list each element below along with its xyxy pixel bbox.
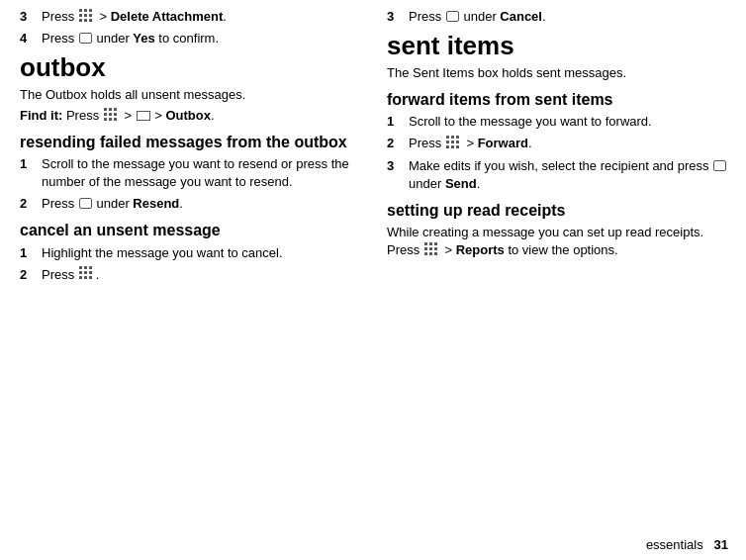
step-num-3-right: 3 (387, 8, 409, 26)
forward-num-2: 2 (387, 135, 409, 152)
resend-step-2-content: Press under Resend. (42, 195, 183, 213)
resend-step-2: 2 Press under Resend. (20, 195, 359, 213)
menu-icon-2 (104, 108, 120, 124)
menu-icon (79, 9, 95, 25)
resending-steps: 1 Scroll to the message you want to rese… (20, 155, 359, 214)
forward-step-2: 2 Press > Forward. (387, 135, 728, 152)
menu-icon-4 (446, 136, 462, 151)
cancel-step-1-content: Highlight the message you want to cancel… (42, 244, 283, 262)
forward-steps: 1 Scroll to the message you want to forw… (387, 113, 728, 193)
step-4-left: 4 Press under Yes to confirm. (20, 30, 359, 47)
resend-num-2: 2 (20, 195, 42, 213)
cancel-step-1: 1 Highlight the message you want to canc… (20, 244, 359, 262)
step-3-left: 3 Press > Delete Attachment. (20, 8, 359, 26)
forward-heading: forward items from sent items (387, 90, 728, 109)
left-column: 3 Press > Delete Attachment. 4 Press und… (0, 8, 373, 560)
sent-items-heading: sent items (387, 32, 728, 60)
softkey-icon-2 (79, 198, 92, 209)
page-container: 3 Press > Delete Attachment. 4 Press und… (0, 0, 746, 560)
cancel-steps: 1 Highlight the message you want to canc… (20, 244, 359, 284)
step-3-right: 3 Press under Cancel. (387, 8, 728, 26)
sent-items-body: The Sent Items box holds sent messages. (387, 64, 728, 82)
cancel-label: Cancel (500, 9, 542, 24)
find-it-label: Find it: (20, 108, 62, 123)
footer-label: essentials (646, 537, 703, 552)
cancel-num-1: 1 (20, 244, 42, 262)
receipts-body: While creating a message you can set up … (387, 224, 728, 259)
top-steps: 3 Press > Delete Attachment. 4 Press und… (20, 8, 359, 47)
forward-step-1-content: Scroll to the message you want to forwar… (409, 113, 652, 131)
cancel-heading: cancel an unsent message (20, 221, 359, 239)
outbox-heading: outbox (20, 53, 359, 82)
delete-attachment-label: Delete Attachment (111, 9, 224, 24)
forward-step-2-content: Press > Forward. (409, 135, 532, 152)
softkey-icon-4 (713, 160, 726, 171)
forward-step-1: 1 Scroll to the message you want to forw… (387, 113, 728, 131)
step-3-right-content: Press under Cancel. (409, 8, 546, 26)
resend-step-1: 1 Scroll to the message you want to rese… (20, 155, 359, 191)
reports-label: Reports (456, 242, 505, 257)
step-3-content: Press > Delete Attachment. (42, 8, 227, 26)
step-4-content: Press under Yes to confirm. (42, 30, 219, 47)
outbox-label: Outbox (165, 108, 211, 123)
footer-page: 31 (714, 537, 728, 552)
resending-heading: resending failed messages from the outbo… (20, 133, 359, 151)
outbox-body: The Outbox holds all unsent messages. (20, 86, 359, 104)
step-num-3: 3 (20, 8, 42, 26)
send-label: Send (445, 176, 477, 191)
right-column: 3 Press under Cancel. sent items The Sen… (373, 8, 746, 560)
menu-icon-3 (79, 266, 95, 282)
forward-label: Forward (478, 136, 528, 150)
softkey-icon (79, 33, 92, 44)
footer: essentials 31 (646, 537, 728, 552)
menu-icon-5 (424, 242, 440, 258)
envelope-icon (137, 111, 150, 121)
find-it: Find it: Press > > Outbox. (20, 108, 359, 125)
forward-num-1: 1 (387, 113, 409, 131)
cancel-num-2: 2 (20, 266, 42, 284)
cancel-step-2-content: Press . (42, 266, 99, 284)
softkey-icon-3 (446, 11, 459, 22)
cancel-step-2: 2 Press . (20, 266, 359, 284)
forward-step-3: 3 Make edits if you wish, select the rec… (387, 157, 728, 193)
resend-num-1: 1 (20, 155, 42, 173)
yes-label: Yes (133, 31, 154, 46)
step-num-4: 4 (20, 30, 42, 47)
resend-step-1-content: Scroll to the message you want to resend… (42, 155, 359, 191)
resend-label: Resend (133, 196, 179, 211)
forward-num-3: 3 (387, 157, 409, 175)
receipts-heading: setting up read receipts (387, 201, 728, 220)
forward-step-3-content: Make edits if you wish, select the recip… (409, 157, 728, 193)
